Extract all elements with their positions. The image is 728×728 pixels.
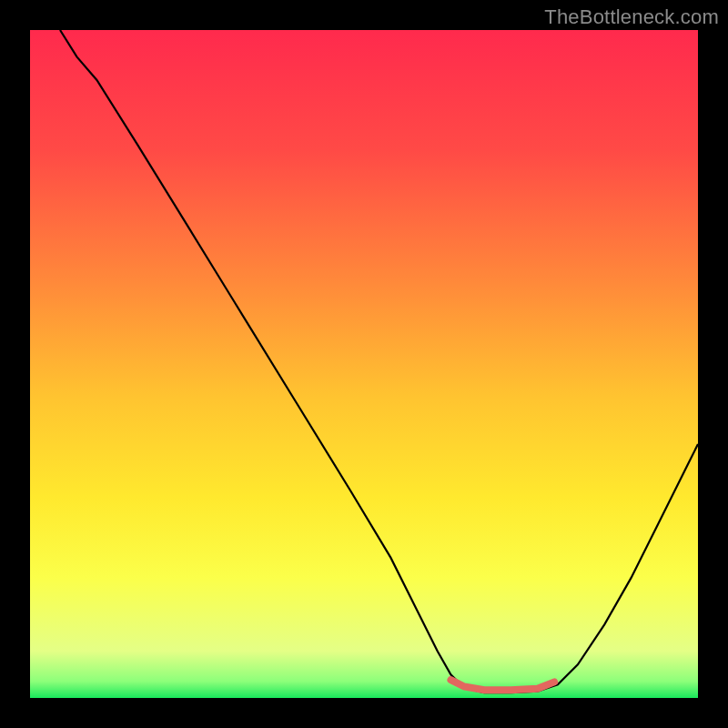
watermark-text: TheBottleneck.com bbox=[544, 5, 719, 29]
chart-frame bbox=[30, 30, 698, 698]
gradient-background bbox=[30, 30, 698, 698]
bottleneck-chart bbox=[30, 30, 698, 698]
